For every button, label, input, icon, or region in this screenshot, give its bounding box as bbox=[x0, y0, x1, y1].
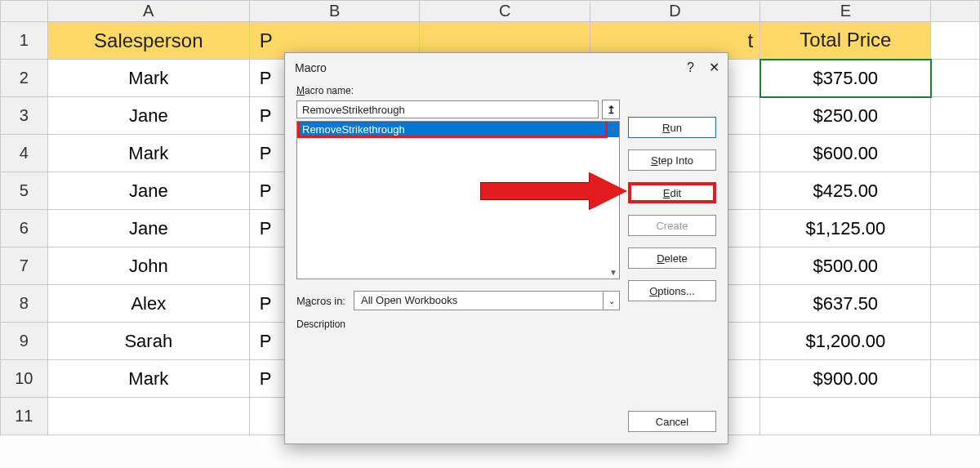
edit-button[interactable]: Edit bbox=[628, 182, 716, 203]
cell-E8[interactable]: $637.50 bbox=[760, 285, 931, 323]
step-into-button[interactable]: Step Into bbox=[628, 149, 716, 171]
col-header-C[interactable]: C bbox=[420, 1, 590, 22]
row-header-4[interactable]: 4 bbox=[1, 135, 48, 172]
cell-E5[interactable]: $425.00 bbox=[760, 172, 931, 210]
cell-E7[interactable]: $500.00 bbox=[760, 247, 931, 285]
row-header-9[interactable]: 9 bbox=[1, 323, 48, 360]
cell-E1[interactable]: Total Price bbox=[760, 22, 931, 60]
delete-button[interactable]: Delete bbox=[628, 247, 716, 269]
col-header-A[interactable]: A bbox=[47, 1, 249, 22]
close-icon[interactable]: ✕ bbox=[709, 60, 719, 75]
cell-A7[interactable]: John bbox=[47, 247, 249, 285]
row-header-1[interactable]: 1 bbox=[1, 22, 48, 60]
cell-E6[interactable]: $1,125.00 bbox=[760, 210, 931, 247]
macro-name-label: Macro name: bbox=[296, 85, 716, 96]
cell-A11[interactable] bbox=[47, 398, 249, 435]
row-header-7[interactable]: 7 bbox=[1, 247, 48, 285]
goto-reference-button[interactable]: ↥ bbox=[602, 100, 620, 119]
cell-A1[interactable]: Salesperson bbox=[47, 22, 249, 60]
col-header-B[interactable]: B bbox=[249, 1, 420, 22]
row-header-10[interactable]: 10 bbox=[1, 360, 48, 398]
create-button: Create bbox=[628, 215, 716, 236]
macros-in-value: All Open Workbooks bbox=[354, 292, 603, 310]
scroll-down-icon[interactable]: ▼ bbox=[609, 268, 617, 277]
cell-A6[interactable]: Jane bbox=[47, 210, 249, 247]
cell-E4[interactable]: $600.00 bbox=[760, 135, 931, 172]
row-header-3[interactable]: 3 bbox=[1, 97, 48, 135]
macro-name-input[interactable]: RemoveStrikethrough bbox=[296, 100, 599, 118]
help-icon[interactable]: ? bbox=[687, 60, 694, 75]
row-header-5[interactable]: 5 bbox=[1, 172, 48, 210]
col-header-E[interactable]: E bbox=[760, 1, 931, 22]
run-button[interactable]: Run bbox=[628, 117, 716, 138]
scroll-up-icon[interactable]: ▲ bbox=[609, 123, 617, 132]
cell-A4[interactable]: Mark bbox=[47, 135, 249, 172]
macro-listbox[interactable]: RemoveStrikethrough ▲ ▼ bbox=[296, 121, 620, 279]
options-button[interactable]: Options... bbox=[628, 280, 716, 301]
cell-E9[interactable]: $1,200.00 bbox=[760, 323, 931, 360]
cell-E2-selected[interactable]: $375.00 bbox=[760, 60, 931, 97]
up-arrow-icon: ↥ bbox=[607, 104, 616, 116]
cell-A5[interactable]: Jane bbox=[47, 172, 249, 210]
dialog-title: Macro bbox=[295, 61, 327, 74]
cell-A9[interactable]: Sarah bbox=[47, 323, 249, 360]
cell-A10[interactable]: Mark bbox=[47, 360, 249, 398]
macro-list-item-selected[interactable]: RemoveStrikethrough bbox=[297, 122, 619, 137]
cell-E3[interactable]: $250.00 bbox=[760, 97, 931, 135]
macros-in-combobox[interactable]: All Open Workbooks ⌄ bbox=[354, 291, 620, 310]
row-header-2[interactable]: 2 bbox=[1, 60, 48, 97]
cell-E10[interactable]: $900.00 bbox=[760, 360, 931, 398]
macro-dialog: Macro ? ✕ Macro name: RemoveStrikethroug… bbox=[284, 52, 728, 444]
select-all-corner[interactable] bbox=[1, 1, 48, 22]
row-header-6[interactable]: 6 bbox=[1, 210, 48, 247]
description-label: Description bbox=[296, 319, 620, 330]
macros-in-label: Macros in: bbox=[296, 295, 345, 307]
dialog-titlebar[interactable]: Macro ? ✕ bbox=[285, 53, 728, 78]
cell-A8[interactable]: Alex bbox=[47, 285, 249, 323]
row-header-11[interactable]: 11 bbox=[1, 398, 48, 435]
cell-F2[interactable] bbox=[931, 60, 980, 97]
cell-A3[interactable]: Jane bbox=[47, 97, 249, 135]
column-header-row: A B C D E bbox=[1, 1, 980, 22]
col-header-extra[interactable] bbox=[931, 1, 980, 22]
row-header-8[interactable]: 8 bbox=[1, 285, 48, 323]
col-header-D[interactable]: D bbox=[590, 1, 760, 22]
cell-A2[interactable]: Mark bbox=[47, 60, 249, 97]
cancel-button[interactable]: Cancel bbox=[628, 411, 716, 432]
cell-F1[interactable] bbox=[931, 22, 980, 60]
chevron-down-icon: ⌄ bbox=[603, 292, 619, 310]
